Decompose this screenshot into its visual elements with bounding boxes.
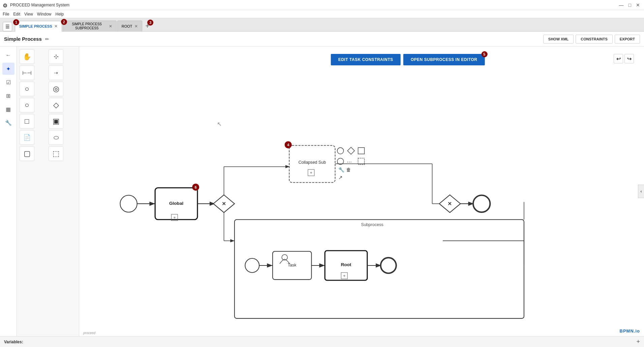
tab-root[interactable]: ROOT ✕	[117, 21, 142, 31]
svg-text:Collapsed Sub: Collapsed Sub	[298, 160, 326, 165]
bpmn-watermark: BPMN.io	[620, 328, 640, 334]
add-tab-button[interactable]: + 3	[143, 21, 152, 31]
open-subprocess-editor-button[interactable]: OPEN SUBPROCESS IN EDITOR 5	[403, 54, 485, 65]
app-title: PROCEED Management System	[10, 3, 641, 7]
svg-text:Global: Global	[169, 201, 183, 206]
constraints-button[interactable]: CONSTRAINTS	[576, 35, 612, 43]
tab3-label: ROOT	[122, 24, 132, 28]
proceed-logo: proceed	[83, 331, 95, 335]
main-area: ← ✦ ☑ ⊞ ▦ 🔧 ✋ ⊹ ⊢⊣ ⇢ ○ ◎ ○ ◇ □ ▣ 📄 ⬭	[0, 46, 644, 336]
svg-text:✕: ✕	[222, 201, 226, 207]
show-xml-button[interactable]: SHOW XML	[543, 35, 574, 43]
tab-subprocess[interactable]: 2 SIMPLE PROCESS SUBPROCESS ✕	[63, 21, 117, 31]
watermark-io: io	[635, 328, 640, 334]
toolbar-right: SHOW XML CONSTRAINTS EXPORT	[543, 35, 640, 43]
menu-window[interactable]: Window	[37, 12, 52, 17]
svg-text:Subprocess: Subprocess	[361, 222, 383, 227]
floating-buttons: EDIT TASK CONSTRAINTS OPEN SUBPROCESS IN…	[331, 54, 485, 65]
svg-text:✕: ✕	[448, 201, 452, 207]
ctx-rect-icon	[358, 148, 365, 154]
sidebar-tools-icon[interactable]: ✦	[2, 63, 14, 75]
pointer-tool[interactable]: ⊹	[49, 49, 63, 64]
cylinder-tool[interactable]: ⬭	[49, 130, 63, 145]
left-sidebar: ← ✦ ☑ ⊞ ▦ 🔧	[0, 46, 17, 336]
tab3-close[interactable]: ✕	[134, 24, 138, 29]
tab1-badge: 1	[13, 19, 19, 25]
svg-text:Root: Root	[341, 262, 351, 267]
align-tool[interactable]: ⊢⊣	[20, 65, 34, 80]
tab2-close[interactable]: ✕	[109, 24, 112, 29]
edit-task-constraints-button[interactable]: EDIT TASK CONSTRAINTS	[331, 54, 401, 65]
tab1-label: SIMPLE PROCESS	[19, 24, 52, 28]
app-icon: ⚙	[3, 2, 8, 8]
end-event-2	[473, 195, 490, 212]
menu-edit[interactable]: Edit	[13, 12, 20, 17]
start-event-2	[245, 258, 259, 273]
title-bar: ⚙ PROCEED Management System — □ ✕	[0, 0, 644, 10]
tab-nav-icon[interactable]: ☰	[3, 22, 12, 31]
sidebar-grid-icon[interactable]: ⊞	[2, 90, 14, 102]
maximize-button[interactable]: □	[627, 2, 633, 8]
square-sub-tool[interactable]: ▣	[49, 114, 63, 129]
watermark-text: BPMN	[620, 328, 634, 334]
sidebar-check-icon[interactable]: ☑	[2, 76, 14, 88]
tab-bar: ☰ 1 SIMPLE PROCESS ✕ 2 SIMPLE PROCESS SU…	[0, 18, 644, 32]
doc-tool[interactable]: 📄	[20, 130, 34, 145]
edit-title-icon[interactable]: ✏	[45, 36, 49, 42]
tab2-badge: 2	[61, 19, 67, 25]
start-event-1	[120, 195, 137, 212]
open-subprocess-badge: 5	[481, 51, 487, 57]
frame-tool[interactable]: ▢	[20, 146, 34, 161]
window-controls: — □ ✕	[618, 2, 641, 8]
sidebar-wrench-icon[interactable]: 🔧	[2, 117, 14, 129]
circle-thin-tool[interactable]: ○	[20, 98, 34, 113]
diamond-tool[interactable]: ◇	[49, 98, 63, 113]
toolbar-left: Simple Process ✏	[4, 36, 49, 42]
svg-text:+: +	[173, 215, 176, 220]
add-variable-button[interactable]: +	[636, 338, 640, 345]
square-empty-tool[interactable]: □	[20, 114, 34, 129]
bpmn-diagram: ↖ Global + 6 ✕ Collapsed Sub +	[79, 46, 644, 336]
close-button[interactable]: ✕	[635, 2, 641, 8]
sidebar-chart-icon[interactable]: ▦	[2, 103, 14, 115]
diagram-title: Simple Process	[4, 36, 42, 42]
tools-grid: ✋ ⊹ ⊢⊣ ⇢ ○ ◎ ○ ◇ □ ▣ 📄 ⬭ ▢ ⬚	[20, 49, 76, 161]
svg-text:6: 6	[194, 185, 196, 189]
canvas-area[interactable]: EDIT TASK CONSTRAINTS OPEN SUBPROCESS IN…	[79, 46, 644, 336]
add-tab-badge: 3	[147, 20, 153, 26]
menu-help[interactable]: Help	[56, 12, 64, 17]
menu-file[interactable]: File	[3, 12, 9, 17]
hand-tool[interactable]: ✋	[20, 49, 34, 64]
minimize-button[interactable]: —	[618, 2, 625, 8]
toolbar: Simple Process ✏ SHOW XML CONSTRAINTS EX…	[0, 32, 644, 46]
export-button[interactable]: EXPORT	[615, 35, 640, 43]
svg-text:+: +	[310, 170, 312, 175]
circle-border-tool[interactable]: ◎	[49, 82, 63, 96]
ctx-wrench-icon: 🔧	[338, 167, 345, 173]
ctx-diamond-icon	[347, 147, 355, 154]
sidebar-back-icon[interactable]: ←	[2, 49, 14, 61]
variables-label: Variables:	[4, 340, 23, 344]
ctx-circle-icon	[337, 148, 344, 154]
ctx-expand-icon: ↗	[338, 175, 343, 180]
tab2-label: SIMPLE PROCESS SUBPROCESS	[67, 22, 107, 30]
svg-text:+: +	[343, 274, 345, 278]
bottom-bar: Variables: +	[0, 336, 644, 347]
dashed-frame-tool[interactable]: ⬚	[49, 146, 63, 161]
svg-text:Task: Task	[288, 263, 297, 267]
circle-empty-tool[interactable]: ○	[20, 82, 34, 96]
svg-text:↖: ↖	[217, 121, 222, 127]
tab-simple-process[interactable]: 1 SIMPLE PROCESS ✕	[15, 21, 62, 32]
svg-text:4: 4	[287, 143, 289, 147]
tools-palette: ✋ ⊹ ⊢⊣ ⇢ ○ ◎ ○ ◇ □ ▣ 📄 ⬭ ▢ ⬚	[17, 46, 79, 336]
ctx-trash-icon: 🗑	[346, 167, 351, 172]
end-event-1	[381, 258, 396, 273]
connect-tool[interactable]: ⇢	[49, 65, 63, 80]
tab1-close[interactable]: ✕	[54, 24, 58, 29]
menu-bar: File Edit View Window Help	[0, 10, 644, 18]
menu-view[interactable]: View	[24, 12, 33, 17]
